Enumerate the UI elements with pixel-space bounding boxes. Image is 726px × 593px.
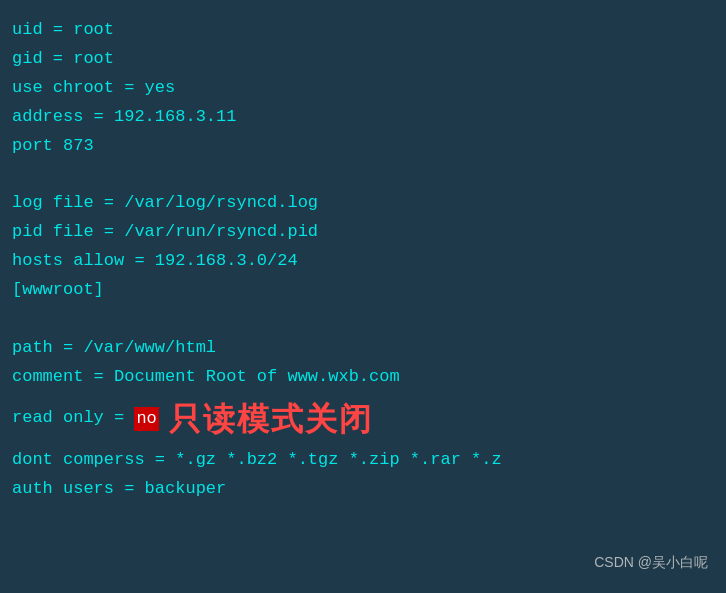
line-comment: comment = Document Root of www.wxb.com	[12, 363, 714, 392]
line-uid: uid = root	[12, 16, 714, 45]
line-readonly: read only = no只读模式关闭	[12, 392, 714, 446]
line-authusers: auth users = backuper	[12, 475, 714, 504]
line-hostsallow: hosts allow = 192.168.3.0/24	[12, 247, 714, 276]
line-chroot: use chroot = yes	[12, 74, 714, 103]
line-comperss: dont comperss = *.gz *.bz2 *.tgz *.zip *…	[12, 446, 714, 475]
line-logfile: log file = /var/log/rsyncd.log	[12, 189, 714, 218]
readonly-annotation: 只读模式关闭	[169, 392, 373, 446]
readonly-prefix: read only =	[12, 404, 134, 433]
line-wwwroot: [wwwroot]	[12, 276, 714, 305]
line-gid: gid = root	[12, 45, 714, 74]
line-port: port 873	[12, 132, 714, 161]
line-path: path = /var/www/html	[12, 334, 714, 363]
watermark: CSDN @吴小白呢	[594, 551, 708, 575]
line-address: address = 192.168.3.11	[12, 103, 714, 132]
empty-line-1	[12, 160, 714, 189]
line-pidfile: pid file = /var/run/rsyncd.pid	[12, 218, 714, 247]
empty-line-2	[12, 305, 714, 334]
terminal: uid = root gid = root use chroot = yes a…	[0, 0, 726, 593]
readonly-value: no	[134, 407, 158, 431]
